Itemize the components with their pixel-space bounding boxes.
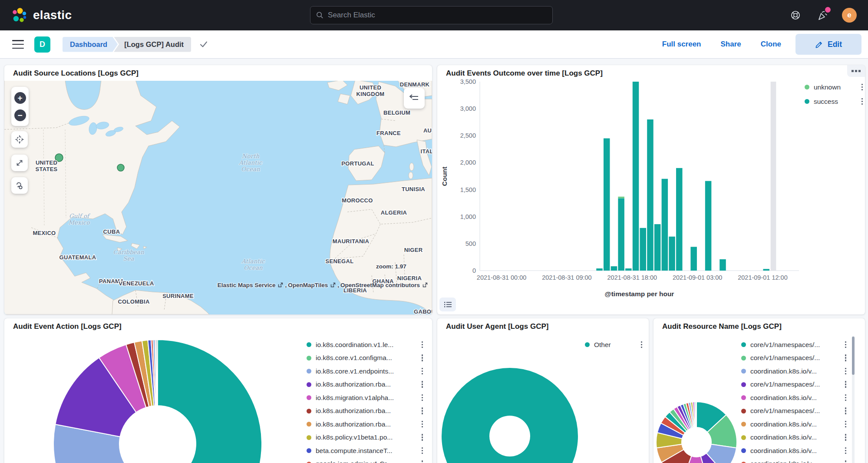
- bar-success[interactable]: [676, 168, 683, 271]
- bar-success[interactable]: [611, 266, 617, 271]
- legend-item[interactable]: io.k8s.coordination.v1.le...: [307, 340, 423, 349]
- set-view-crosshair-button[interactable]: [11, 131, 28, 148]
- legend-item[interactable]: coordination.k8s.io/v...: [741, 367, 846, 376]
- full-screen-link[interactable]: Full screen: [662, 40, 701, 49]
- fit-to-bounds-button[interactable]: [11, 155, 28, 171]
- legend-item-menu-icon[interactable]: [845, 421, 847, 428]
- outcome-bar-chart[interactable]: 05001,0001,5002,0002,5003,0003,5002021-0…: [437, 65, 865, 314]
- legend-item-menu-icon[interactable]: [845, 447, 847, 454]
- legend-scrollbar-thumb[interactable]: [852, 337, 855, 375]
- map-canvas[interactable]: UNITEDSTATESMEXICOCUBAGUATEMALAPANAMAVEN…: [4, 81, 432, 314]
- bar-unknown[interactable]: [618, 197, 624, 198]
- donut-slice[interactable]: [145, 340, 262, 463]
- legend-item[interactable]: io.k8s.core.v1.endpoints...: [307, 367, 423, 376]
- legend-item-menu-icon[interactable]: [845, 341, 847, 348]
- bar-success[interactable]: [596, 268, 603, 271]
- bar-success[interactable]: [662, 179, 668, 271]
- legend-item[interactable]: google.iam.admin.v1.Cr...: [307, 460, 423, 463]
- edit-button[interactable]: Edit: [795, 34, 861, 55]
- legend-item-menu-icon[interactable]: [861, 98, 863, 105]
- map-tools-wrench-button[interactable]: [11, 177, 28, 194]
- attribution-link[interactable]: Elastic Maps Service: [218, 282, 276, 288]
- legend-label: io.k8s.core.v1.endpoints...: [316, 367, 394, 375]
- bar-success[interactable]: [719, 259, 726, 271]
- user-avatar[interactable]: e: [842, 8, 857, 23]
- legend-item-menu-icon[interactable]: [861, 84, 863, 91]
- bar-success[interactable]: [654, 224, 661, 271]
- legend-item-menu-icon[interactable]: [422, 341, 423, 348]
- legend-toggle-button[interactable]: [439, 298, 456, 311]
- bar-success[interactable]: [604, 139, 610, 271]
- zoom-in-button[interactable]: +: [14, 92, 26, 104]
- map-data-marker[interactable]: [117, 164, 124, 171]
- legend-item-menu-icon[interactable]: [422, 407, 423, 414]
- map-attribution[interactable]: Elastic Maps Service, OpenMapTiles, Open…: [218, 282, 428, 288]
- bar-success[interactable]: [618, 198, 624, 271]
- legend-item-menu-icon[interactable]: [422, 368, 423, 375]
- bar-success[interactable]: [763, 269, 769, 271]
- legend-item[interactable]: unknown: [805, 83, 863, 92]
- legend-label: unknown: [814, 83, 841, 91]
- legend-item-menu-icon[interactable]: [422, 460, 423, 463]
- bar-success[interactable]: [625, 268, 632, 271]
- legend-item-menu-icon[interactable]: [422, 394, 423, 401]
- share-link[interactable]: Share: [721, 40, 741, 49]
- bar-success[interactable]: [705, 181, 712, 271]
- breadcrumb-current-dashboard[interactable]: [Logs GCP] Audit: [114, 37, 191, 52]
- legend-item[interactable]: io.k8s.authorization.rba...: [307, 420, 423, 429]
- legend-item[interactable]: coordination.k8s.io/v...: [741, 446, 846, 455]
- bar-success[interactable]: [669, 237, 675, 271]
- collapse-legend-button[interactable]: [404, 88, 425, 109]
- legend-item[interactable]: coordination.k8s.io/v...: [741, 420, 846, 429]
- global-search[interactable]: [310, 6, 553, 24]
- legend-item-menu-icon[interactable]: [422, 434, 423, 441]
- legend-item-menu-icon[interactable]: [845, 434, 847, 441]
- dashboard-app-badge[interactable]: D: [34, 36, 50, 53]
- map-country-label: ITALY: [421, 148, 432, 155]
- legend-item[interactable]: io.k8s.core.v1.configma...: [307, 354, 423, 363]
- legend-item[interactable]: core/v1/namespaces/...: [741, 340, 846, 349]
- search-input[interactable]: [328, 11, 547, 20]
- elastic-brand[interactable]: elastic: [11, 7, 72, 23]
- legend-item-menu-icon[interactable]: [422, 354, 423, 361]
- legend-item-menu-icon[interactable]: [845, 460, 847, 463]
- legend-swatch: [307, 462, 311, 463]
- zoom-out-button[interactable]: −: [14, 109, 26, 121]
- bar-success[interactable]: [647, 119, 653, 271]
- breadcrumb-dashboard[interactable]: Dashboard: [63, 37, 118, 52]
- bar-success[interactable]: [633, 82, 639, 271]
- legend-item[interactable]: core/v1/namespaces/...: [741, 407, 846, 416]
- bar-success[interactable]: [640, 228, 647, 271]
- donut-slice[interactable]: [696, 402, 696, 427]
- legend-item-menu-icon[interactable]: [641, 341, 643, 348]
- legend-item[interactable]: io.k8s.authorization.rba...: [307, 407, 423, 416]
- legend-item[interactable]: core/v1/namespaces/...: [741, 380, 846, 389]
- legend-item[interactable]: core/v1/namespaces/...: [741, 354, 846, 363]
- legend-item-menu-icon[interactable]: [422, 421, 423, 428]
- legend-item-menu-icon[interactable]: [845, 394, 847, 401]
- legend-item[interactable]: success: [805, 97, 863, 106]
- legend-item[interactable]: coordination.k8s.io/v...: [741, 433, 846, 442]
- legend-item-menu-icon[interactable]: [845, 381, 847, 388]
- legend-item-menu-icon[interactable]: [422, 381, 423, 388]
- legend-item-menu-icon[interactable]: [422, 447, 423, 454]
- legend-item[interactable]: beta.compute.instanceT...: [307, 446, 423, 455]
- clone-link[interactable]: Clone: [761, 40, 781, 49]
- y-axis-tick-label: 1,000: [460, 213, 476, 220]
- legend-item[interactable]: io.k8s.authorization.rba...: [307, 380, 423, 389]
- legend-item[interactable]: io.k8s.migration.v1alpha...: [307, 393, 423, 402]
- legend-item[interactable]: Other: [585, 340, 642, 349]
- legend-item-menu-icon[interactable]: [845, 407, 847, 414]
- legend-item[interactable]: io.k8s.policy.v1beta1.po...: [307, 433, 423, 442]
- chart-legend: unknownsuccess: [805, 83, 863, 106]
- news-party-icon[interactable]: [815, 8, 830, 23]
- legend-item[interactable]: coordination.k8s.io/v...: [741, 393, 846, 402]
- menu-hamburger-icon[interactable]: [12, 40, 24, 49]
- attribution-link[interactable]: OpenStreetMap contributors: [340, 282, 420, 288]
- legend-item-menu-icon[interactable]: [845, 354, 847, 361]
- attribution-link[interactable]: OpenMapTiles: [288, 282, 328, 288]
- legend-item-menu-icon[interactable]: [845, 368, 847, 375]
- legend-item[interactable]: coordination.k8s.io/v...: [741, 460, 846, 463]
- bar-success[interactable]: [690, 247, 697, 271]
- help-icon[interactable]: [788, 8, 803, 23]
